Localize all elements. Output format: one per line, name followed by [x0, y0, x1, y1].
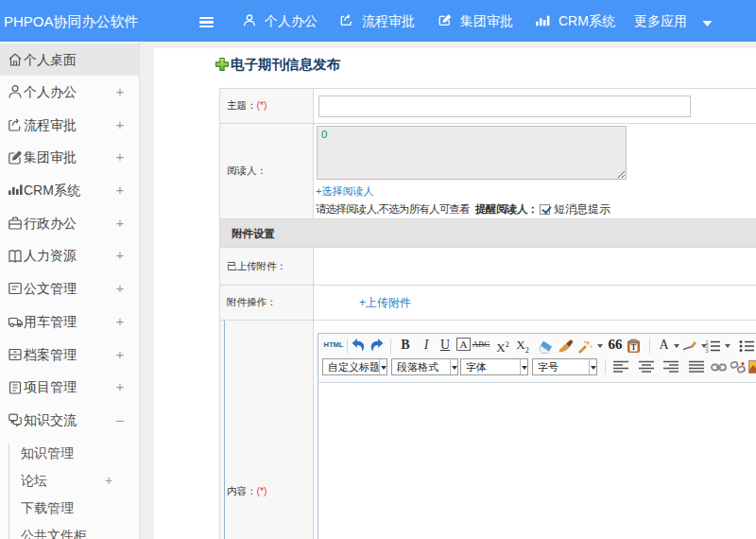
svg-text:3: 3 — [706, 348, 709, 354]
svg-text:T: T — [631, 343, 637, 352]
